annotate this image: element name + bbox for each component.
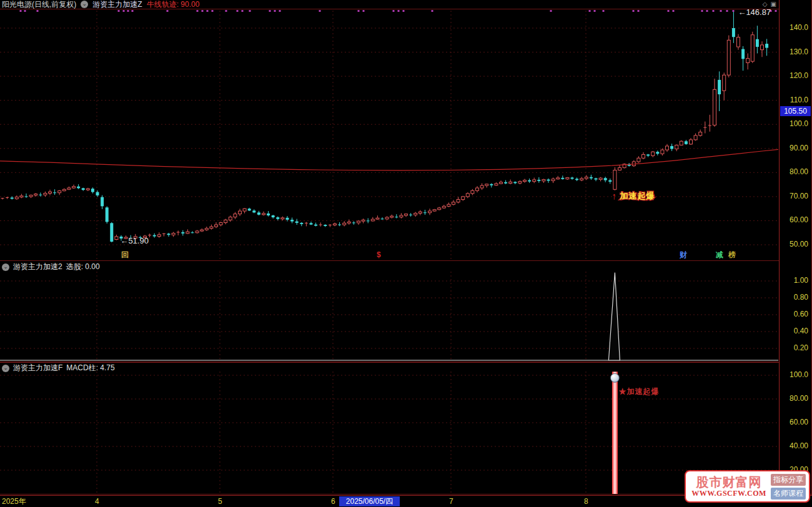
axis-tick-label: 60.00	[790, 418, 808, 427]
signal-dot	[633, 10, 635, 12]
candle-up	[224, 220, 227, 222]
axis-tick-label: 0.20	[794, 343, 808, 353]
candle-up	[723, 75, 726, 91]
bot-chart-canvas[interactable]: ★加速起爆	[0, 372, 779, 494]
collapse-chevron-icon[interactable]: ⌄	[81, 1, 88, 8]
signal-dot	[237, 10, 239, 12]
signal-dot	[668, 10, 670, 12]
candle-up	[613, 170, 616, 189]
candle-up	[566, 177, 569, 179]
candle-up	[186, 232, 189, 234]
candle-down	[590, 177, 593, 179]
signal-dot	[123, 10, 125, 12]
candle-up	[661, 150, 664, 154]
bang-marker-icon[interactable]: 榜	[728, 251, 736, 259]
candle-down	[314, 225, 317, 226]
candle-down	[276, 217, 279, 219]
candle-down	[267, 214, 270, 215]
candle-up	[362, 220, 365, 221]
candle-down	[106, 207, 109, 222]
candle-up	[357, 221, 360, 223]
signal-dot	[132, 10, 134, 12]
signal-dot	[726, 10, 728, 12]
collapse-chevron-icon[interactable]: ⌄	[2, 365, 9, 372]
candle-up	[15, 197, 18, 199]
mid-indicator-name[interactable]: 游资主力加速2	[13, 262, 62, 272]
cai-marker-icon[interactable]: 财	[680, 251, 687, 259]
dollar-marker-icon[interactable]: $	[377, 251, 381, 259]
candle-down	[110, 223, 113, 242]
candle-up	[438, 208, 441, 210]
date-tick-label: 7	[449, 496, 453, 506]
signal-dot	[550, 10, 552, 12]
candle-down	[504, 182, 507, 184]
candle-down	[290, 220, 294, 222]
candle-down	[765, 44, 768, 48]
signal-dot	[673, 10, 675, 12]
candle-up	[599, 178, 602, 179]
candle-up	[414, 213, 417, 215]
candle-down	[718, 80, 721, 94]
candle-up	[405, 214, 408, 215]
panel-layout-icon[interactable]: ▣	[771, 1, 776, 8]
diamond-icon[interactable]: ◇	[763, 1, 768, 8]
candle-down	[537, 180, 540, 181]
candle-up	[20, 196, 23, 197]
candle-up	[452, 202, 455, 204]
candle-up	[761, 45, 764, 50]
candle-down	[732, 28, 735, 37]
watermark-badge-2: 名师课程	[771, 488, 806, 500]
candle-down	[295, 222, 299, 223]
candle-up	[447, 204, 450, 206]
signal-dot	[589, 10, 591, 12]
signal-dot	[242, 10, 244, 12]
candle-up	[495, 184, 498, 185]
candle-up	[462, 197, 465, 200]
candle-down	[528, 180, 531, 182]
signal-dot	[432, 10, 433, 12]
collapse-chevron-icon[interactable]: ⌄	[2, 263, 9, 271]
signal-dot	[37, 10, 39, 12]
candle-up	[552, 179, 555, 181]
candle-up	[557, 178, 560, 179]
indicator-name[interactable]: 游资主力加速Z	[92, 0, 142, 10]
candle-up	[637, 158, 640, 162]
candle-down	[685, 141, 688, 144]
axis-tick-label: 1.00	[794, 276, 808, 285]
candle-up	[651, 152, 655, 155]
candle-up	[518, 182, 522, 184]
candle-up	[642, 154, 645, 158]
candle-down	[77, 187, 80, 189]
hui-marker-icon[interactable]: 回	[121, 251, 129, 259]
candle-up	[699, 132, 702, 135]
mid-chart-canvas[interactable]	[0, 272, 779, 362]
candle-up	[694, 135, 697, 140]
signal-dot	[207, 10, 209, 12]
signal-dot	[398, 10, 400, 12]
candle-up	[751, 35, 754, 61]
candle-up	[428, 211, 432, 213]
candle-down	[670, 146, 673, 149]
main-chart-canvas[interactable]: ←146.87←51.90↑加速起爆	[0, 9, 779, 260]
axis-tick-label: 0.80	[794, 293, 808, 302]
axis-tick-label: 80.00	[790, 394, 808, 403]
candle-up	[376, 218, 379, 219]
signal-dot	[319, 10, 321, 12]
bot-indicator-name[interactable]: 游资主力加速F	[13, 363, 62, 373]
candle-up	[72, 187, 76, 188]
signal-dot	[279, 10, 281, 12]
candle-up	[690, 140, 693, 144]
panel-divider-2	[0, 362, 779, 363]
jian-marker-icon[interactable]: 减	[716, 251, 723, 259]
watermark-site-url: WWW.GSCFW.COM	[691, 489, 766, 498]
date-tick-label: 8	[584, 496, 588, 506]
date-tick-label: 5	[218, 496, 222, 506]
signal-dot	[167, 10, 169, 12]
price-axis[interactable]: 105.50 140.0130.0120.0110.0100.090.0080.…	[779, 0, 812, 495]
candle-up	[509, 182, 512, 183]
candle-up	[172, 233, 175, 235]
signal-dot	[24, 10, 26, 12]
candle-down	[646, 154, 650, 155]
candle-up	[44, 193, 47, 195]
ball-marker-icon	[610, 373, 619, 382]
